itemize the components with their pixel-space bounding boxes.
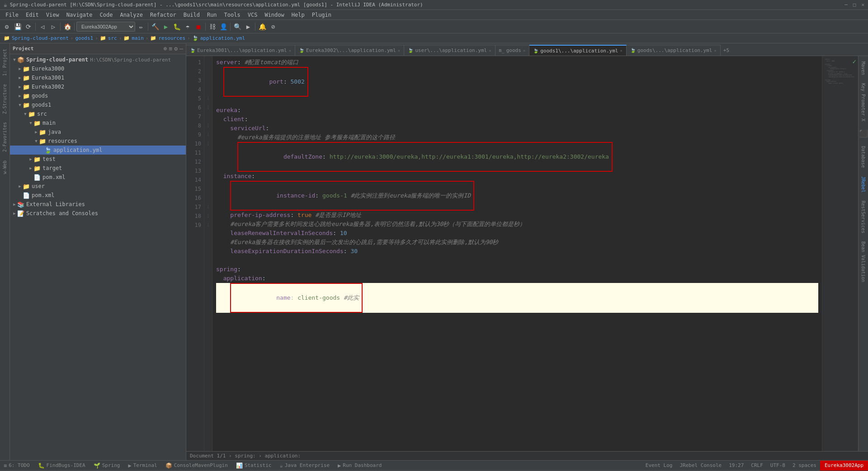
breadcrumb-resources[interactable]: resources [158, 35, 185, 41]
tree-item-java[interactable]: ▶ 📁 java [10, 127, 186, 137]
tree-item-eureka3001[interactable]: ▶ 📁 Eureka3001 [10, 73, 186, 82]
toolbar-build-icon[interactable]: 🔨 [150, 22, 160, 32]
breadcrumb-spring-cloud[interactable]: Spring-cloud-parent [12, 35, 69, 41]
menu-edit[interactable]: Edit [22, 11, 42, 19]
tab-goods1-app[interactable]: 🍃 goods1\...\application.yml ✕ [529, 45, 627, 56]
tree-item-src[interactable]: ▼ 📁 src [10, 109, 186, 118]
tree-item-eureka3000[interactable]: ▶ 📁 Eureka3000 [10, 64, 186, 73]
tree-item-test[interactable]: ▶ 📁 test [10, 155, 186, 164]
status-terminal[interactable]: ▶ Terminal [124, 461, 160, 471]
tab-close-goods-app2[interactable]: ✕ [714, 48, 716, 53]
panel-settings-icon[interactable]: ⚙ [174, 45, 178, 52]
toolbar-git-icon[interactable]: ⛓ [208, 22, 217, 32]
toolbar-save-icon[interactable]: 💾 [13, 22, 23, 32]
tab-close-eureka3001[interactable]: ✕ [289, 48, 291, 53]
tree-item-main[interactable]: ▼ 📁 main [10, 118, 186, 127]
menu-run[interactable]: Run [203, 11, 221, 19]
tree-item-application-yml[interactable]: 🍃 application.yml [10, 146, 186, 155]
toolbar-home-icon[interactable]: 🏠 [62, 22, 72, 32]
menu-window[interactable]: Window [261, 11, 288, 19]
tree-item-goods[interactable]: ▶ 📁 goods [10, 91, 186, 100]
status-spring[interactable]: 🌱 Spring [90, 461, 124, 471]
right-tab-jrebel[interactable]: JRebel [860, 173, 867, 196]
code-area[interactable]: server: #配置tomcat的端口 port: 5002 eureka: [212, 56, 822, 451]
tab-eureka3001-app[interactable]: 🍃 Eureka3001\...\application.yml ✕ [186, 45, 295, 56]
status-jrebel-console[interactable]: JRebel Console [676, 461, 725, 471]
tree-item-resources[interactable]: ▼ 📁 resources [10, 137, 186, 146]
breadcrumb-goods1[interactable]: goods1 [75, 35, 93, 41]
tab-goods-app2[interactable]: 🍃 goods\...\application.yml ✕ [627, 45, 721, 56]
tree-item-target[interactable]: ▶ 📁 target [10, 164, 186, 173]
tab-close-goods1[interactable]: ✕ [620, 48, 622, 53]
status-run-dashboard[interactable]: ▶ Run Dashboard [334, 461, 385, 471]
menu-refactor[interactable]: Refactor [146, 11, 180, 19]
breadcrumb-src[interactable]: src [108, 35, 117, 41]
tab-eureka3002-app[interactable]: 🍃 Eureka3002\...\application.yml ✕ [295, 45, 404, 56]
status-event-log[interactable]: Event Log [642, 461, 676, 471]
status-error-badge[interactable]: Eureka3002App [820, 461, 868, 471]
tab-goods[interactable]: m̲ goods ✕ [495, 45, 530, 56]
toolbar-search-icon[interactable]: 🔍 [232, 22, 242, 32]
menu-tools[interactable]: Tools [221, 11, 244, 19]
toolbar-stop2-icon[interactable]: ⊘ [268, 22, 278, 32]
panel-options-icon[interactable]: ≡ [169, 45, 173, 52]
tree-item-pom-root[interactable]: 📄 pom.xml [10, 191, 186, 200]
toolbar-profile-icon[interactable]: 👤 [218, 22, 228, 32]
toolbar-debug-icon[interactable]: 🐛 [172, 22, 182, 32]
left-tab-2-favorites[interactable]: 2-Favorites [1, 118, 8, 155]
status-java-enterprise[interactable]: ☕ Java Enterprise [276, 461, 333, 471]
menu-build[interactable]: Build [180, 11, 203, 19]
status-encoding[interactable]: UTF-8 [767, 461, 789, 471]
toolbar-terminal-icon[interactable]: ▶ [243, 22, 253, 32]
tab-close-goods[interactable]: ✕ [523, 48, 525, 53]
menu-analyze[interactable]: Analyze [116, 11, 146, 19]
maximize-button[interactable]: □ [853, 2, 856, 8]
toolbar-forward-icon[interactable]: ▷ [48, 22, 58, 32]
menu-vcs[interactable]: VCS [244, 11, 261, 19]
tree-item-eureka3002[interactable]: ▶ 📁 Eureka3002 [10, 82, 186, 91]
status-indent[interactable]: 2 spaces [789, 461, 820, 471]
toolbar-sync-icon[interactable]: ⟳ [24, 22, 33, 32]
tab-more-button[interactable]: +5 [721, 45, 732, 56]
menu-view[interactable]: View [42, 11, 63, 19]
toolbar-notifications-icon[interactable]: 🔔 [257, 22, 267, 32]
menu-navigate[interactable]: Navigate [63, 11, 96, 19]
tree-item-user[interactable]: ▶ 📁 user [10, 182, 186, 191]
tab-close-eureka3002[interactable]: ✕ [398, 48, 400, 53]
menu-file[interactable]: File [2, 11, 22, 19]
breadcrumb-yaml[interactable]: application.yml [200, 35, 245, 41]
left-tab-z-structure[interactable]: Z-Structure [1, 80, 8, 118]
run-config-selector[interactable]: Eureka3002App [76, 22, 135, 32]
toolbar-settings-icon[interactable]: ⚙ [2, 22, 12, 32]
status-todo[interactable]: ≡ 6: TODO [0, 461, 33, 471]
toolbar-coverage-icon[interactable]: ☂ [183, 22, 193, 32]
tab-user-app[interactable]: 🍃 user\...\application.yml ✕ [404, 45, 495, 56]
status-statistic[interactable]: 📊 Statistic [232, 461, 275, 471]
left-tab-w-web[interactable]: w-Web [1, 157, 8, 178]
minimize-button[interactable]: ─ [844, 2, 848, 8]
close-button[interactable]: ✕ [861, 2, 864, 8]
right-tab-maven[interactable]: Maven [860, 58, 867, 79]
right-tab-bean-validation[interactable]: Bean Validation [860, 238, 867, 286]
panel-add-icon[interactable]: ⊕ [164, 45, 167, 52]
toolbar-stop-icon[interactable]: ■ [193, 22, 203, 32]
tree-item-scratches[interactable]: ▶ 📝 Scratches and Consoles [10, 209, 186, 218]
breadcrumb-main[interactable]: main [132, 35, 144, 41]
tree-item-goods1[interactable]: ▼ 📁 goods1 [10, 100, 186, 109]
status-findbugs[interactable]: 🐛 FindBugs-IDEA [34, 461, 89, 471]
tree-item-external-libs[interactable]: ▶ 📚 External Libraries [10, 200, 186, 209]
tree-item-pom-goods1[interactable]: 📄 pom.xml [10, 173, 186, 182]
tab-close-user[interactable]: ✕ [489, 48, 491, 53]
right-tab-database[interactable]: Database [860, 142, 867, 171]
right-tab-qrcode[interactable]: ⬛ [858, 126, 868, 141]
menu-plugin[interactable]: Plugin [308, 11, 335, 19]
toolbar-run-icon[interactable]: ▶ [161, 22, 171, 32]
right-tab-key-promoter[interactable]: Key Promoter X [860, 80, 867, 125]
toolbar-edit-config-icon[interactable]: ✏ [136, 22, 146, 32]
right-tab-rest-services[interactable]: RestServices [860, 197, 867, 237]
left-tab-1-project[interactable]: 1: Project [1, 45, 8, 80]
toolbar-back-icon[interactable]: ◁ [38, 22, 47, 32]
status-line-ending[interactable]: CRLF [747, 461, 767, 471]
status-consolemaven[interactable]: 📦 ConsoleMavenPlugin [162, 461, 231, 471]
menu-help[interactable]: Help [288, 11, 308, 19]
